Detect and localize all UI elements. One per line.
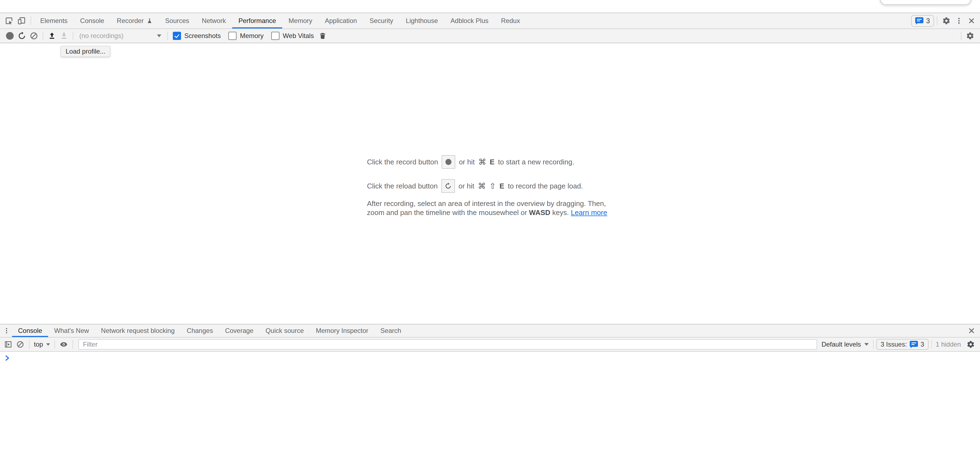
drawer-tab-changes[interactable]: Changes (181, 324, 219, 337)
separator (73, 32, 73, 40)
console-settings-button[interactable] (965, 338, 977, 351)
clear-console-button[interactable] (14, 338, 26, 351)
save-profile-button[interactable] (58, 30, 70, 42)
show-console-sidebar-button[interactable] (2, 338, 14, 351)
tab-sources[interactable]: Sources (159, 13, 196, 29)
create-live-expression-button[interactable] (58, 338, 70, 351)
drawer-tab-memory-inspector[interactable]: Memory Inspector (310, 324, 374, 337)
eye-icon (60, 340, 68, 349)
tab-label: Security (369, 17, 393, 25)
instruction-text: or hit (459, 158, 475, 166)
separator (29, 340, 30, 349)
reload-and-record-button[interactable] (16, 30, 28, 42)
drawer-tab-console[interactable]: Console (12, 324, 48, 337)
screenshots-checkbox[interactable]: Screenshots (173, 32, 221, 40)
record-button-illustration[interactable] (442, 155, 455, 169)
tab-label: Network request blocking (101, 327, 175, 335)
capture-settings-button[interactable] (964, 30, 976, 42)
tab-label: Coverage (225, 327, 253, 335)
tab-label: Console (18, 327, 42, 335)
tab-redux[interactable]: Redux (495, 13, 526, 29)
memory-checkbox[interactable]: Memory (228, 32, 264, 40)
load-profile-button[interactable] (46, 30, 58, 42)
hidden-messages-label: 1 hidden (936, 341, 961, 348)
instruction-text: Click the reload button (367, 182, 438, 190)
learn-more-link[interactable]: Learn more (571, 209, 607, 217)
drawer: Console What's New Network request block… (0, 324, 980, 459)
tab-memory[interactable]: Memory (282, 13, 318, 29)
tab-label: Memory (288, 17, 312, 25)
separator (167, 32, 168, 40)
tab-recorder[interactable]: Recorder (110, 13, 159, 29)
console-filter-input[interactable] (78, 339, 817, 350)
recordings-dropdown[interactable]: (no recordings) (79, 32, 161, 40)
inspect-element-button[interactable] (3, 13, 15, 29)
capture-options: Screenshots Memory Web Vitals (173, 32, 314, 40)
gear-icon (942, 17, 950, 25)
gear-icon (967, 340, 975, 349)
tab-console[interactable]: Console (74, 13, 110, 29)
kebab-menu-icon (955, 17, 963, 25)
separator (30, 16, 31, 25)
settings-button[interactable] (940, 13, 953, 29)
cmd-key-symbol: ⌘ (478, 182, 486, 191)
tab-adblock-plus[interactable]: Adblock Plus (444, 13, 495, 29)
drawer-tab-network-request-blocking[interactable]: Network request blocking (95, 324, 180, 337)
device-toolbar-icon (17, 16, 26, 25)
tab-security[interactable]: Security (363, 13, 399, 29)
tab-label: Quick source (266, 327, 304, 335)
separator (43, 32, 43, 40)
console-issues-button[interactable]: 3 Issues: 3 (877, 339, 929, 350)
drawer-tab-quick-source[interactable]: Quick source (259, 324, 310, 337)
tab-label: Elements (40, 17, 68, 25)
console-prompt-chevron-icon (5, 355, 10, 361)
page-top-strip (0, 0, 980, 13)
checkbox-unchecked-icon (228, 32, 237, 40)
drawer-right-controls (965, 324, 978, 337)
tab-label: Network (202, 17, 226, 25)
cmd-key-symbol: ⌘ (478, 157, 486, 167)
device-toolbar-button[interactable] (15, 13, 28, 29)
drawer-tab-search[interactable]: Search (374, 324, 407, 337)
drawer-more-tools-button[interactable] (1, 324, 12, 337)
record-icon (6, 32, 14, 40)
gear-icon (966, 32, 974, 40)
javascript-context-dropdown[interactable]: top (34, 341, 50, 348)
tab-lighthouse[interactable]: Lighthouse (399, 13, 444, 29)
checkbox-unchecked-icon (271, 32, 280, 40)
more-options-button[interactable] (953, 13, 965, 29)
tab-label: Memory Inspector (316, 327, 368, 335)
upload-icon (48, 32, 56, 40)
console-prompt-row[interactable] (0, 352, 980, 361)
download-icon (60, 32, 68, 40)
tab-label: Redux (501, 17, 520, 25)
log-levels-dropdown[interactable]: Default levels (821, 341, 869, 348)
reload-button-illustration[interactable] (441, 179, 455, 193)
reload-icon (18, 32, 26, 40)
instruction-text: to record the page load. (508, 182, 583, 190)
drawer-tab-whats-new[interactable]: What's New (48, 324, 95, 337)
delete-recording-button[interactable] (317, 30, 329, 42)
context-value: top (34, 341, 43, 348)
tab-label: Console (80, 17, 104, 25)
close-devtools-button[interactable] (965, 13, 978, 29)
record-button[interactable] (4, 30, 16, 42)
clear-recordings-button[interactable] (28, 30, 40, 42)
separator (931, 340, 932, 349)
tab-label: Adblock Plus (450, 17, 488, 25)
tab-label: Sources (165, 17, 189, 25)
clear-icon (16, 340, 24, 349)
instruction-text: or hit (458, 182, 474, 190)
tab-network[interactable]: Network (196, 13, 232, 29)
drawer-tab-coverage[interactable]: Coverage (219, 324, 259, 337)
issues-counter-button[interactable]: 3 (911, 15, 934, 27)
tab-performance[interactable]: Performance (232, 13, 282, 29)
tab-elements[interactable]: Elements (34, 13, 74, 29)
web-vitals-checkbox[interactable]: Web Vitals (271, 32, 314, 40)
issues-label: 3 Issues: (881, 341, 907, 348)
reload-icon (445, 182, 452, 190)
tab-application[interactable]: Application (318, 13, 363, 29)
close-drawer-button[interactable] (965, 324, 978, 337)
load-profile-tooltip: Load profile... (61, 46, 110, 57)
separator (54, 340, 55, 349)
